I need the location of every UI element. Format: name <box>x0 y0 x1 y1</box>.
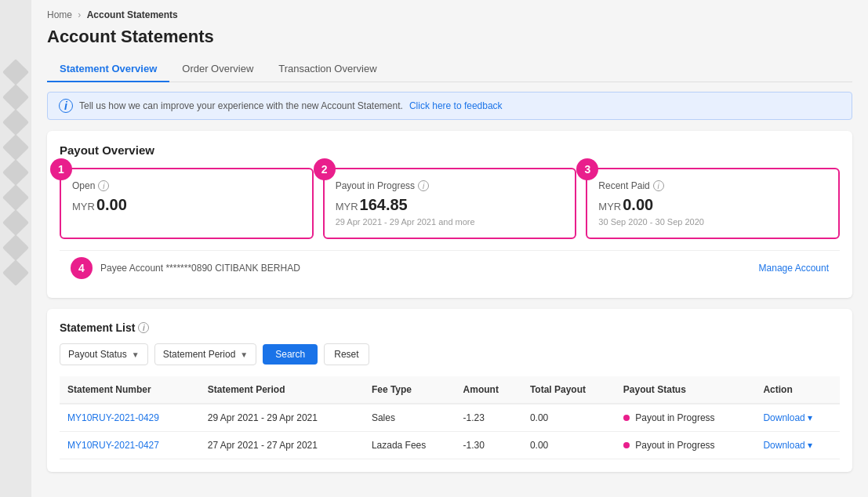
deco-shape <box>2 134 29 161</box>
search-button[interactable]: Search <box>263 344 318 365</box>
deco-shape <box>2 84 29 111</box>
tab-statement-overview[interactable]: Statement Overview <box>47 56 169 82</box>
col-action: Action <box>755 376 840 404</box>
dropdown-arrow-icon: ▾ <box>808 440 812 451</box>
info-icon-open: i <box>98 180 109 191</box>
step-badge-3: 3 <box>576 158 598 180</box>
payout-card-open: 1 Open i MYR0.00 <box>60 168 314 239</box>
filters-row: Payout Status ▼ Statement Period ▼ Searc… <box>60 343 840 365</box>
step-badge-4: 4 <box>71 257 93 279</box>
card-label-open: Open i <box>72 180 301 191</box>
page-title: Account Statements <box>47 27 852 47</box>
deco-shape <box>2 209 29 236</box>
chevron-down-icon: ▼ <box>240 350 248 359</box>
deco-shape <box>2 159 29 186</box>
card-label-recent-paid: Recent Paid i <box>598 180 827 191</box>
col-amount: Amount <box>456 376 522 404</box>
deco-shape <box>2 259 29 286</box>
download-label: Download <box>763 440 804 451</box>
statement-period-filter[interactable]: Statement Period ▼ <box>154 343 257 365</box>
table-row: MY10RUY-2021-0427 27 Apr 2021 - 27 Apr 2… <box>60 432 840 459</box>
fee-type-cell: Lazada Fees <box>364 432 456 459</box>
payout-cards-container: 1 Open i MYR0.00 2 Payout in Progress i <box>60 168 840 239</box>
payee-row: 4 Payee Account *******0890 CITIBANK BER… <box>60 250 840 285</box>
payee-label: Payee Account <box>100 263 163 274</box>
payout-overview-title: Payout Overview <box>60 143 154 157</box>
breadcrumb-separator: › <box>78 9 81 20</box>
col-total-payout: Total Payout <box>522 376 616 404</box>
payout-status-text: Payout in Progress <box>635 440 714 451</box>
table-header: Statement Number Statement Period Fee Ty… <box>60 376 840 404</box>
payout-status-text: Payout in Progress <box>635 412 714 423</box>
total-payout-cell: 0.00 <box>522 404 616 432</box>
step-badge-2: 2 <box>314 158 336 180</box>
card-amount-progress: MYR164.85 <box>336 196 565 214</box>
info-icon: i <box>59 99 73 113</box>
tab-transaction-overview[interactable]: Transaction Overview <box>266 56 389 82</box>
chevron-down-icon: ▼ <box>132 350 140 359</box>
payout-status-filter[interactable]: Payout Status ▼ <box>60 343 148 365</box>
statement-number-link[interactable]: MY10RUY-2021-0427 <box>60 432 200 459</box>
dropdown-arrow-icon: ▾ <box>808 412 812 423</box>
col-payout-status: Payout Status <box>616 376 756 404</box>
payout-card-recent-paid: 3 Recent Paid i MYR0.00 30 Sep 2020 - 30… <box>586 168 840 239</box>
card-sub-progress: 29 Apr 2021 - 29 Apr 2021 and more <box>336 217 565 227</box>
payout-status-cell: Payout in Progress <box>616 404 756 432</box>
col-fee-type: Fee Type <box>364 376 456 404</box>
reset-button[interactable]: Reset <box>324 343 369 365</box>
breadcrumb: Home › Account Statements <box>47 9 852 20</box>
payout-overview-header: Payout Overview <box>60 143 840 157</box>
amount-cell: -1.23 <box>456 404 522 432</box>
tab-order-overview[interactable]: Order Overview <box>169 56 266 82</box>
table-body: MY10RUY-2021-0429 29 Apr 2021 - 29 Apr 2… <box>60 404 840 459</box>
card-amount-open: MYR0.00 <box>72 196 301 214</box>
status-dot-icon <box>623 442 630 448</box>
action-cell[interactable]: Download ▾ <box>755 432 840 459</box>
payout-card-progress: 2 Payout in Progress i MYR164.85 29 Apr … <box>323 168 577 239</box>
feedback-link[interactable]: Click here to feedback <box>409 100 503 111</box>
statement-period-label: Statement Period <box>163 349 236 360</box>
left-decoration <box>0 0 31 497</box>
payout-status-label: Payout Status <box>68 349 127 360</box>
card-label-progress: Payout in Progress i <box>336 180 565 191</box>
fee-type-cell: Sales <box>364 404 456 432</box>
download-button[interactable]: Download ▾ <box>763 412 832 423</box>
statement-period-cell: 27 Apr 2021 - 27 Apr 2021 <box>200 432 364 459</box>
card-sub-recent-paid: 30 Sep 2020 - 30 Sep 2020 <box>598 217 827 227</box>
statement-period-cell: 29 Apr 2021 - 29 Apr 2021 <box>200 404 364 432</box>
info-banner: i Tell us how we can improve your experi… <box>47 92 852 120</box>
action-cell[interactable]: Download ▾ <box>755 404 840 432</box>
payout-status-cell: Payout in Progress <box>616 432 756 459</box>
table-row: MY10RUY-2021-0429 29 Apr 2021 - 29 Apr 2… <box>60 404 840 432</box>
amount-cell: -1.30 <box>456 432 522 459</box>
info-banner-text: Tell us how we can improve your experien… <box>79 100 403 111</box>
download-label: Download <box>763 412 804 423</box>
statement-list-header: Statement List i <box>60 321 840 334</box>
statement-number-link[interactable]: MY10RUY-2021-0429 <box>60 404 200 432</box>
deco-shape <box>2 59 29 85</box>
total-payout-cell: 0.00 <box>522 432 616 459</box>
breadcrumb-current: Account Statements <box>87 9 178 20</box>
payee-info: 4 Payee Account *******0890 CITIBANK BER… <box>71 257 300 279</box>
manage-account-link[interactable]: Manage Account <box>759 263 829 274</box>
col-statement-period: Statement Period <box>200 376 364 404</box>
payout-overview-section: Payout Overview 1 Open i MYR0.00 <box>47 131 852 298</box>
info-icon-statement: i <box>138 322 149 333</box>
info-icon-progress: i <box>418 180 429 191</box>
status-dot-icon <box>623 415 630 421</box>
breadcrumb-home[interactable]: Home <box>47 9 72 20</box>
payee-account-masked: *******0890 <box>165 263 212 274</box>
main-content: Home › Account Statements Account Statem… <box>31 0 868 497</box>
step-badge-1: 1 <box>50 158 72 180</box>
deco-shape <box>2 234 29 261</box>
download-button[interactable]: Download ▾ <box>763 440 832 451</box>
tabs-container: Statement Overview Order Overview Transa… <box>47 56 852 82</box>
statement-table: Statement Number Statement Period Fee Ty… <box>60 376 840 459</box>
statement-list-section: Statement List i Payout Status ▼ Stateme… <box>47 309 852 472</box>
statement-list-title: Statement List <box>60 321 135 334</box>
deco-shape <box>2 109 29 136</box>
col-statement-number: Statement Number <box>60 376 200 404</box>
deco-shape <box>2 184 29 211</box>
info-icon-recent-paid: i <box>653 180 664 191</box>
card-amount-recent-paid: MYR0.00 <box>598 196 827 214</box>
